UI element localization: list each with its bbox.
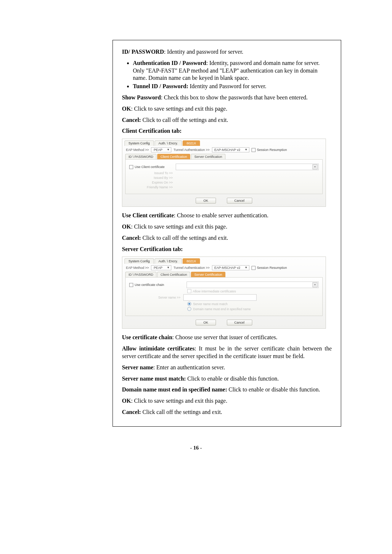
radio-icon: [187, 302, 191, 306]
checkbox-icon: [129, 283, 133, 287]
chevron-down-icon: ▼: [167, 266, 170, 269]
chevron-down-icon: ▼: [245, 266, 248, 269]
ok-para-2: OK: Click to save settings and exit this…: [122, 223, 332, 231]
subtab-id-password[interactable]: ID \ PASSWORD: [125, 154, 156, 159]
subtab-client-cert[interactable]: Client Certification: [157, 272, 190, 277]
chevron-down-icon: ▾: [313, 282, 318, 287]
server-name-label: Server name >>: [158, 296, 180, 299]
subtab-server-cert[interactable]: Server Certification: [191, 272, 225, 277]
issued-to-label: Issued To >>: [129, 171, 173, 175]
cert-chain-dropdown[interactable]: ▾: [187, 282, 319, 288]
use-client-cert-para: Use Client certificate: Choose to enable…: [122, 212, 332, 219]
radio-icon: [187, 307, 191, 311]
server-cert-heading: Server Certification tab:: [122, 246, 332, 253]
server-name-input[interactable]: [183, 294, 257, 301]
ok-button[interactable]: OK: [196, 198, 216, 204]
sub-tabs: ID \ PASSWORD Client Certification Serve…: [122, 272, 326, 277]
server-cert-pane: Use certificate chain ▾ Allow intermedia…: [125, 277, 323, 316]
list-item: Authentication ID / Password: Identity, …: [133, 59, 332, 82]
cancel-para-3: Cancel: Click call off the settings and …: [122, 409, 332, 416]
tunnel-auth-label: Tunnel Authentication >>: [173, 148, 209, 152]
session-resumption-checkbox[interactable]: Session Resumption: [252, 148, 287, 152]
tunnel-auth-label: Tunnel Authentication >>: [173, 266, 209, 270]
friendly-name-label: Friendly Name >>: [129, 185, 173, 189]
server-name-para: Server name: Enter an authentication sev…: [122, 364, 332, 372]
eap-method-select[interactable]: PEAP ▼: [151, 265, 171, 270]
allow-intimidate-para: Allow intimidate certificates: It must b…: [122, 345, 332, 360]
client-cert-heading: Client Certification tab:: [122, 127, 332, 135]
list-item: Tunnel ID / Password: Identity and Passw…: [133, 83, 332, 90]
chevron-down-icon: ▼: [167, 148, 170, 151]
content-cell: ID/ PASSWORD: Identity and password for …: [113, 40, 341, 427]
checkbox-icon: [252, 148, 256, 152]
tunnel-auth-select[interactable]: EAP-MSCHAP v2 ▼: [212, 265, 249, 270]
subtab-client-cert[interactable]: Client Certification: [157, 154, 190, 159]
radio-domain-end[interactable]: Domain name must end in specified name: [187, 307, 251, 311]
ok-para-3: OK: Click to save settings and exit this…: [122, 397, 332, 405]
id-password-bold: ID/ PASSWORD: [122, 49, 164, 55]
checkbox-icon: [129, 165, 133, 169]
use-client-cert-checkbox[interactable]: Use Client certificate: [129, 165, 173, 169]
page-number: - 16 -: [0, 445, 392, 451]
eap-row: EAP Method >> PEAP ▼ Tunnel Authenticati…: [122, 264, 326, 272]
id-password-rest: : Identity and password for server.: [164, 49, 244, 55]
dialog-client-cert: System Config Auth. \ Encry. 8021X EAP M…: [122, 139, 326, 207]
use-cert-chain-checkbox[interactable]: Use certificate chain: [129, 283, 184, 287]
server-name-match-para: Server name must match: Click to enable …: [122, 375, 332, 383]
tab-auth-encry[interactable]: Auth. \ Encry.: [155, 258, 182, 264]
checkbox-icon: [252, 266, 256, 270]
sub-tabs: ID \ PASSWORD Client Certification Serve…: [122, 154, 326, 159]
session-resumption-checkbox[interactable]: Session Resumption: [252, 266, 287, 270]
ok-button[interactable]: OK: [196, 320, 216, 325]
tab-8021x[interactable]: 8021X: [183, 258, 200, 264]
dialog-buttons: OK Cancel: [122, 196, 326, 206]
eap-method-label: EAP Method >>: [126, 148, 149, 152]
expires-on-label: Expires On >>: [129, 181, 173, 184]
subtab-server-cert[interactable]: Server Certification: [191, 154, 225, 159]
chevron-down-icon: ▾: [313, 164, 318, 169]
radio-server-name-match[interactable]: Server name must match: [187, 302, 228, 306]
dialog-buttons: OK Cancel: [122, 318, 326, 328]
tab-system-config[interactable]: System Config: [124, 258, 154, 264]
client-cert-pane: Use Client certificate ▾ Issued To >> Is…: [125, 159, 323, 194]
cancel-para-2: Cancel: Click to call off the settings a…: [122, 234, 332, 242]
tab-system-config[interactable]: System Config: [124, 140, 154, 146]
client-cert-dropdown[interactable]: ▾: [176, 164, 319, 170]
eap-method-label: EAP Method >>: [126, 266, 149, 270]
subtab-id-password[interactable]: ID \ PASSWORD: [125, 272, 156, 277]
ok-para-1: OK: Click to save settings and exit this…: [122, 105, 332, 113]
dialog-server-cert: System Config Auth. \ Encry. 8021X EAP M…: [122, 257, 326, 329]
cancel-button[interactable]: Cancel: [227, 320, 252, 325]
eap-row: EAP Method >> PEAP ▼ Tunnel Authenticati…: [122, 146, 326, 154]
cancel-para-1: Cancel: Click to call off the settings a…: [122, 116, 332, 124]
id-password-para: ID/ PASSWORD: Identity and password for …: [122, 48, 332, 56]
checkbox-icon: [187, 289, 191, 293]
tab-8021x[interactable]: 8021X: [183, 140, 200, 146]
tab-auth-encry[interactable]: Auth. \ Encry.: [155, 140, 182, 146]
cancel-button[interactable]: Cancel: [227, 198, 252, 204]
use-cert-chain-para: Use certificate chain: Choose use server…: [122, 334, 332, 341]
id-password-list: Authentication ID / Password: Identity, …: [122, 59, 332, 90]
top-tabs: System Config Auth. \ Encry. 8021X: [122, 139, 326, 146]
show-password-para: Show Password: Check this box to show th…: [122, 94, 332, 102]
issued-by-label: Issued By >>: [129, 176, 173, 180]
eap-method-select[interactable]: PEAP ▼: [151, 147, 171, 152]
top-tabs: System Config Auth. \ Encry. 8021X: [122, 257, 326, 264]
domain-name-para: Domain name must end in specified name: …: [122, 386, 332, 394]
allow-intermediate-checkbox[interactable]: Allow intermediate certificates: [187, 289, 236, 293]
tunnel-auth-select[interactable]: EAP-MSCHAP v2 ▼: [212, 147, 249, 152]
chevron-down-icon: ▼: [245, 148, 248, 151]
